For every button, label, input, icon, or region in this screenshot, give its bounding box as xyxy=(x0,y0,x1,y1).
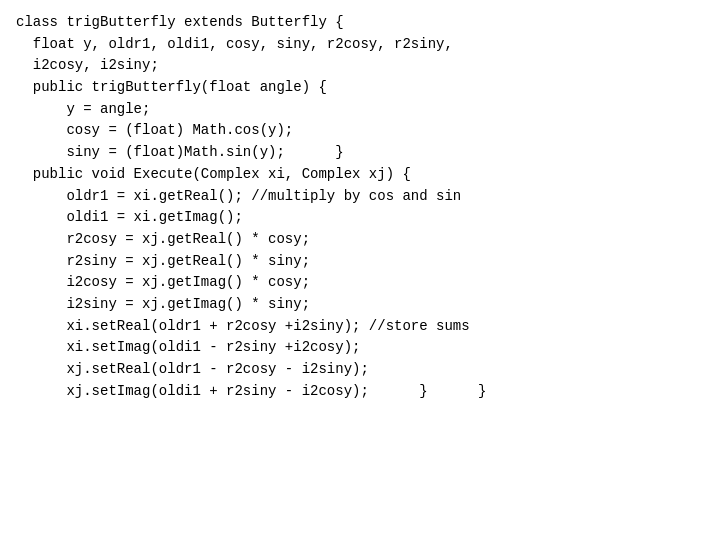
code-display: class trigButterfly extends Butterfly { … xyxy=(16,12,704,402)
